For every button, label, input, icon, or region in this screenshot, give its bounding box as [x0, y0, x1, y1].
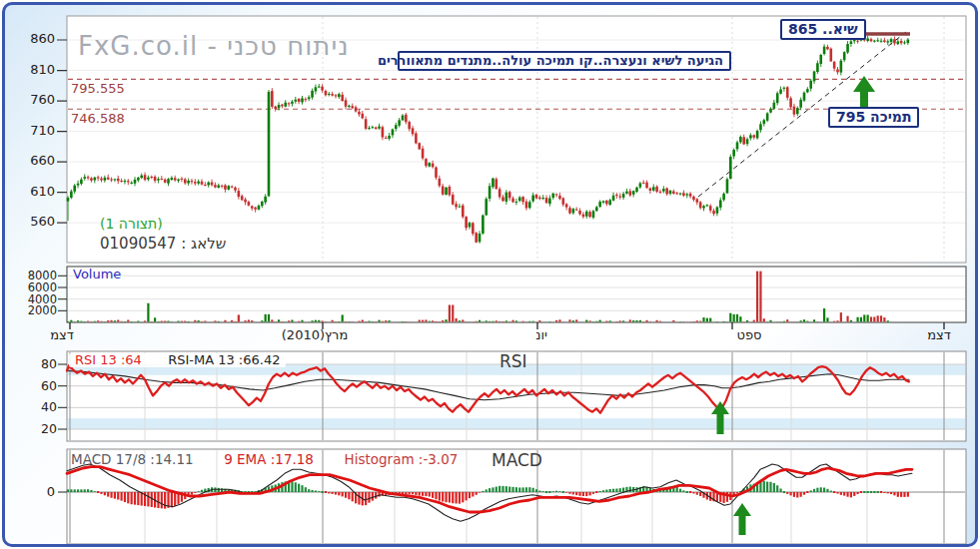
rsi-ma-legend: RSI-MA 13 :66.42 [168, 352, 280, 367]
volume-title: Volume [73, 268, 121, 281]
macd-zero-tick-label: 0 [41, 485, 55, 499]
watermark: FxG.co.il - ניתוח טכני [78, 32, 350, 61]
macd-legend-strip: MACD 17/8 :14.11 9 EMA :17.18 Histogram … [71, 452, 458, 467]
macd-panel-title: MACD [491, 451, 542, 470]
upper-level-value: 795.555 [71, 82, 125, 96]
price-tick-label: 760 [17, 93, 55, 107]
chart-frame: FxG.co.il - ניתוח טכני הגיעה לשיא ונעצרה… [2, 2, 978, 547]
ema-legend: 9 EMA :17.18 [224, 451, 314, 467]
price-tick-label: 560 [17, 215, 55, 229]
rsi-tick-label: 20 [29, 422, 57, 436]
rsi-legend-strip: RSI 13 :64 RSI-MA 13 :66.42 [69, 353, 286, 367]
price-tick-label: 810 [17, 63, 55, 77]
volume-tick-label: 2000 [15, 304, 57, 317]
month-label: דצמ [894, 328, 978, 342]
config-label: (תצורה 1) [100, 217, 163, 232]
histogram-legend: Histogram :-3.07 [345, 451, 459, 467]
price-tick-label: 660 [17, 154, 55, 168]
peak-label-box: שיא.. 865 [780, 19, 866, 40]
annotation-note-box: הגיעה לשיא ונעצרה..קו תמיכה עולה..מתנדים… [398, 51, 731, 71]
month-label: יונ [496, 328, 586, 342]
month-label: דצמ [17, 328, 107, 342]
month-label: ספט [704, 328, 794, 342]
rsi-panel-title: RSI [499, 352, 527, 371]
month-label: מרץ(2010) [270, 328, 360, 342]
technical-analysis-screenshot: FxG.co.il - ניתוח טכני הגיעה לשיא ונעצרה… [0, 0, 980, 549]
rsi-tick-label: 80 [29, 357, 57, 371]
macd-legend: MACD 17/8 :14.11 [71, 451, 194, 467]
rsi-tick-label: 40 [29, 400, 57, 414]
price-tick-label: 710 [17, 124, 55, 138]
symbol-label: שלאג : 01090547 [100, 236, 226, 253]
rsi-legend: RSI 13 :64 [75, 352, 142, 367]
lower-level-value: 746.588 [71, 112, 125, 126]
price-tick-label: 860 [17, 32, 55, 46]
support-label-box: תמיכה 795 [828, 107, 919, 128]
price-tick-label: 610 [17, 185, 55, 199]
rsi-tick-label: 60 [29, 379, 57, 393]
